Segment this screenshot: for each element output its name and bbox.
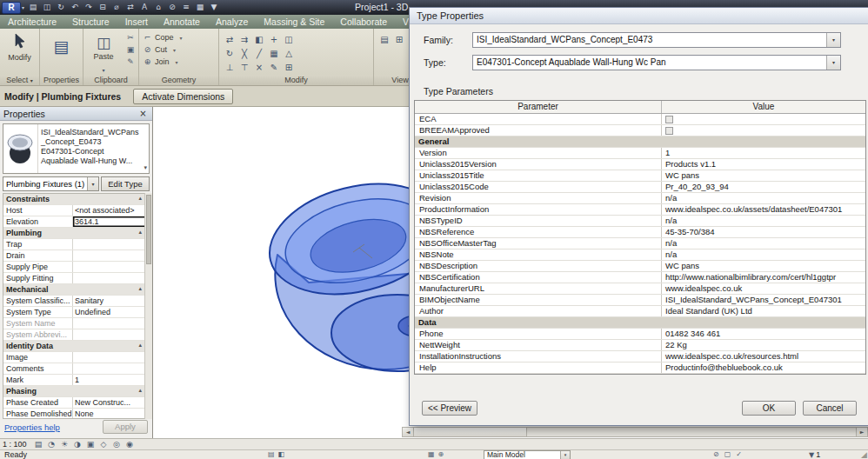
select-panel-label[interactable]: Select ▾ [0,75,39,85]
scale-icon[interactable]: △ [282,47,296,60]
type-selector[interactable]: ISI_IdealStandard_WCPans _Concept_E0473 … [3,123,150,174]
parameter-value[interactable] [662,317,865,328]
checkbox[interactable] [665,116,673,123]
parameter-value[interactable] [662,114,865,124]
property-row[interactable]: Comments ▴ [3,363,149,375]
view-scale[interactable]: 1 : 100 [3,440,27,449]
array-icon[interactable]: ▦ [267,47,281,60]
ribbon-tab[interactable]: Insert [117,16,156,29]
parameter-row[interactable]: NettWeight 22 Kg [415,340,865,351]
collapse-chevron-icon[interactable]: ▴ [138,285,142,292]
print-icon[interactable]: ⊟ [97,2,109,13]
visual-style-icon[interactable]: ◔ [45,440,58,449]
family-select[interactable]: ISI_IdealStandard_WCPans_Concept_E0473 ▾ [472,32,841,48]
property-value[interactable] [73,262,149,272]
collapse-chevron-icon[interactable]: ▴ [138,342,142,349]
switch-windows-icon[interactable]: ▦ [194,2,206,13]
copy-icon[interactable]: ◫ [282,33,296,46]
property-value[interactable] [73,329,149,340]
split-icon[interactable]: ╱ [252,47,266,60]
parameter-row[interactable]: BREEAMApproved [415,125,865,136]
ribbon-tab[interactable]: Structure [64,16,117,29]
parameter-row[interactable]: InstallationInstructions www.idealspec.c… [415,351,865,363]
parameter-value[interactable]: WC pans [662,170,865,181]
parameter-row[interactable]: Phone 01482 346 461 [415,329,865,340]
parameter-row[interactable]: NBSNote n/a [415,249,865,261]
parameter-value[interactable]: n/a [662,249,865,260]
parameter-row[interactable]: Help Productinfo@thebluebook.co.uk [415,363,865,374]
active-workset-icon[interactable]: ▦ [428,450,435,458]
palette-scrollbar[interactable] [144,193,152,419]
dimension-icon[interactable]: ⇄ [124,2,137,13]
preview-button[interactable]: << Preview [422,401,477,416]
parameter-value[interactable]: 22 Kg [662,340,865,350]
cut-icon[interactable]: ✂ [124,31,137,43]
parameter-value[interactable]: WC pans [662,261,865,271]
parameter-value[interactable]: Pr_40_20_93_94 [662,182,865,192]
cancel-button[interactable]: Cancel [803,401,857,416]
ribbon-tab[interactable]: Collaborate [332,16,395,29]
modify-button[interactable]: Modify [3,32,37,62]
parameter-row[interactable]: General [415,136,865,148]
parameter-value[interactable]: http://www.nationalbimlibrary.com/cert/h… [662,272,865,283]
parameter-row[interactable]: Uniclass2015Version Products v1.1 [415,159,865,170]
editable-only-icon[interactable]: ▢ [724,450,731,458]
parameter-value[interactable]: www.idealspec.co.uk/resources.html [662,351,865,362]
measure-icon[interactable]: ⌀ [110,2,123,13]
parameter-row[interactable]: NBSCertification http://www.nationalbiml… [415,272,865,283]
property-value[interactable] [73,250,149,261]
exclude-options-icon[interactable]: ⊘ [713,450,719,458]
detail-level-icon[interactable]: ▤ [32,440,45,449]
properties-button[interactable]: ▤ [45,32,78,59]
reveal-hidden-icon[interactable]: ◉ [124,440,137,449]
property-value[interactable]: Undefined [73,307,149,317]
parameter-row[interactable]: Uniclass2015Code Pr_40_20_93_94 [415,182,865,193]
parameter-value[interactable]: Products v1.1 [662,159,865,170]
undo-icon[interactable]: ↶ [69,2,81,13]
trim-icon[interactable]: ╳ [237,47,251,60]
horizontal-scrollbar[interactable]: ◄ ► [402,427,868,437]
paint-icon[interactable]: ✎ [267,61,281,74]
parameter-row[interactable]: NBSReference 45-35-70/384 [415,227,865,238]
user-interface-icon[interactable]: ⊞ [392,33,406,46]
property-row[interactable]: Supply Pipe ▴ [3,262,149,273]
thin-lines-icon[interactable]: ≡ [180,2,192,13]
parameter-row[interactable]: Uniclass2015Title WC pans [415,170,865,182]
property-value[interactable]: 3614.1 [73,216,149,227]
property-value[interactable]: <not associated> [73,205,149,216]
dialog-titlebar[interactable]: Type Properties [410,8,868,24]
ribbon-tab[interactable]: Annotate [156,16,208,29]
parameter-row[interactable]: Revision n/a [415,193,865,204]
category-filter-select[interactable]: Plumbing Fixtures (1) ▾ [3,176,99,191]
parameter-row[interactable]: Author Ideal Standard (UK) Ltd [415,306,865,317]
design-options-icon[interactable]: ◧ [278,450,285,458]
show-crop-icon[interactable]: ◇ [97,440,110,449]
join-geometry-icon[interactable]: ⊞ [282,61,296,74]
property-row[interactable]: Plumbing ▴ [3,228,149,239]
checkbox[interactable] [665,127,673,135]
property-row[interactable]: Identity Data ▴ [3,341,149,352]
parameter-value[interactable]: Productinfo@thebluebook.co.uk [662,363,865,373]
link-icon[interactable]: ⊕ [438,450,444,458]
edit-type-button[interactable]: Edit Type [101,176,150,191]
collapse-chevron-icon[interactable]: ▴ [138,387,142,394]
property-row[interactable]: System Classific... Sanitary ▴ [3,296,149,307]
type-select[interactable]: E047301-Concept Aquablade Wall-Hung Wc P… [472,55,841,70]
collapse-chevron-icon[interactable]: ▴ [138,229,142,236]
pin-icon[interactable]: ⊥ [223,61,237,74]
parameter-value[interactable]: n/a [662,193,865,203]
join-button[interactable]: ⊕ Join ▾ [141,56,217,68]
properties-help-link[interactable]: Properties help [4,422,103,432]
cut-geometry-button[interactable]: ⊘ Cut ▾ [141,43,217,56]
property-row[interactable]: Supply Fitting ▴ [3,273,149,284]
property-value[interactable] [73,273,149,283]
property-value[interactable]: Sanitary [73,296,149,306]
parameter-row[interactable]: ProductInformation www.idealspec.co.uk/a… [415,204,865,216]
property-value[interactable] [73,363,149,374]
3d-view-icon[interactable]: ⌂ [152,2,164,13]
scroll-left-icon[interactable]: ◄ [403,428,414,436]
apply-button[interactable]: Apply [103,420,148,434]
ok-button[interactable]: OK [742,401,796,416]
parameter-row[interactable]: NBSOfficeMasterTag n/a [415,238,865,249]
ribbon-tab[interactable]: Architecture [0,16,64,29]
